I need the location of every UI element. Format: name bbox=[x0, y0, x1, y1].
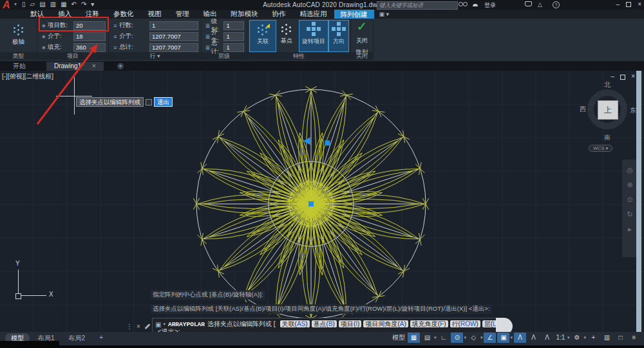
level-count-field[interactable]: 1 bbox=[223, 21, 244, 30]
scale-value-caret-icon[interactable]: ▾ bbox=[567, 335, 570, 340]
object-snap-toggle[interactable]: ▣ bbox=[497, 333, 509, 343]
command-recent-caret-icon[interactable]: ▾ bbox=[163, 322, 166, 327]
row-spacing-field[interactable]: 1207.7007 bbox=[149, 32, 198, 41]
viewcube-west[interactable]: 西 bbox=[580, 105, 586, 114]
workspace-switching-caret-icon[interactable]: ▾ bbox=[583, 335, 586, 340]
ribbon-tab-视图[interactable]: 视图 bbox=[141, 10, 169, 19]
ribbon-tab-插入[interactable]: 插入 bbox=[51, 10, 79, 19]
help-icon[interactable]: ? bbox=[553, 1, 560, 8]
navbar-icon[interactable]: ⊕ bbox=[627, 181, 632, 189]
ribbon-tab-参数化[interactable]: 参数化 bbox=[106, 10, 141, 19]
command-option-B[interactable]: 基点(B) bbox=[312, 320, 337, 327]
ribbon-tab-默认[interactable]: 默认 bbox=[23, 10, 51, 19]
viewport-controls-label[interactable]: [-][俯视][二维线框] bbox=[2, 72, 53, 81]
ribbon-tab-精选应用[interactable]: 精选应用 bbox=[293, 10, 334, 19]
object-snap-caret-icon[interactable]: ▾ bbox=[510, 335, 513, 340]
rows-panel-label[interactable]: 行 ▾ bbox=[109, 52, 201, 60]
command-default-option[interactable]: <退出>: bbox=[158, 327, 180, 332]
command-option-AS[interactable]: 关联(AS) bbox=[280, 320, 310, 327]
object-snap-tracking-toggle[interactable]: ∠ bbox=[484, 333, 496, 343]
vertical-scrollbar[interactable] bbox=[636, 71, 641, 332]
viewcube-north[interactable]: 北 bbox=[604, 80, 611, 89]
close-array-button[interactable]: ✓ 关闭 阵列 bbox=[351, 20, 373, 57]
annotation-scale-toggle[interactable]: Λ bbox=[541, 333, 553, 343]
restore-button[interactable] bbox=[626, 2, 631, 7]
doc-restore-button[interactable] bbox=[620, 75, 625, 80]
base-point-button[interactable]: 基点 bbox=[276, 20, 297, 51]
drawing-canvas[interactable] bbox=[0, 71, 644, 332]
drawing-tab[interactable]: Drawing1* × bbox=[46, 62, 104, 71]
item-angle-field[interactable]: 18 bbox=[73, 32, 106, 41]
row-total-field[interactable]: 1207.7007 bbox=[149, 43, 198, 52]
layout-tab-布局2[interactable]: 布局2 bbox=[63, 333, 91, 343]
share-icon[interactable]: △ bbox=[538, 1, 542, 8]
viewcube-east[interactable]: 东 bbox=[630, 106, 636, 115]
ribbon-tab-注释[interactable]: 注释 bbox=[79, 10, 106, 19]
wcs-dropdown[interactable]: WCS ▾ bbox=[589, 145, 612, 152]
model-space-toggle-toggle[interactable]: 模型 bbox=[391, 333, 406, 343]
command-line-window[interactable]: ▣ ▾ ARRAYPOLAR 选择夹点以编辑阵列或 [ 关联(AS)基点(B)项… bbox=[152, 318, 501, 332]
search-input[interactable]: 键入关键字或短语 bbox=[377, 1, 458, 10]
level-total-field[interactable]: 1 bbox=[223, 43, 244, 52]
app-store-cart-icon[interactable] bbox=[525, 1, 532, 8]
polar-tracking-caret-icon[interactable]: ▾ bbox=[464, 335, 466, 340]
ribbon-tab-协作[interactable]: 协作 bbox=[265, 10, 293, 19]
clean-screen-toggle[interactable]: □ bbox=[614, 333, 627, 343]
snap-mode-caret-icon[interactable]: ▾ bbox=[434, 335, 437, 340]
navbar-icon[interactable]: ▸ bbox=[628, 225, 632, 234]
drawing-area[interactable]: [-][俯视][二维线框] – × 选择夹点以编辑阵列或 退出 上 北 南 西 … bbox=[0, 71, 644, 332]
contextual-tab-array-creation[interactable]: 阵列创建 bbox=[334, 10, 374, 19]
snap-mode-toggle[interactable]: ▤ bbox=[421, 333, 433, 343]
fill-angle-field[interactable]: 360 bbox=[73, 43, 106, 52]
workspace-switching-toggle[interactable]: ⚙ bbox=[571, 333, 583, 343]
viewcube-top-face[interactable]: 上 bbox=[598, 100, 618, 120]
command-option-L[interactable]: 层(L) bbox=[482, 320, 497, 327]
ribbon-display-toggle[interactable]: ▣ ▾ bbox=[379, 11, 390, 17]
command-option-A[interactable]: 项目间角度(A) bbox=[363, 320, 408, 327]
scale-value-toggle[interactable]: 1:1 bbox=[554, 333, 567, 343]
command-option-I[interactable]: 项目(I) bbox=[339, 320, 361, 327]
item-count-field[interactable]: 20 bbox=[73, 21, 106, 30]
customization-toggle[interactable]: ≡ bbox=[628, 333, 640, 343]
exit-option-chip[interactable]: 退出 bbox=[154, 97, 173, 107]
ortho-mode-toggle[interactable]: ∟ bbox=[437, 333, 450, 343]
row-count-field[interactable]: 1 bbox=[149, 21, 198, 30]
command-grip-icon[interactable]: ⋮ bbox=[126, 323, 133, 330]
sign-in-label[interactable]: 登录 bbox=[484, 1, 496, 10]
command-option-ROW[interactable]: 行(ROW) bbox=[450, 320, 480, 327]
isometric-drafting-caret-icon[interactable]: ▾ bbox=[480, 335, 483, 340]
doc-close-button[interactable]: × bbox=[631, 73, 635, 80]
doc-minimize-button[interactable]: – bbox=[611, 73, 615, 80]
annotation-monitor-toggle[interactable]: + bbox=[587, 333, 600, 343]
grid-display-toggle[interactable]: ▦ bbox=[408, 333, 420, 343]
polar-type-button[interactable]: 极轴 bbox=[0, 38, 37, 46]
viewcube-south[interactable]: 南 bbox=[604, 133, 611, 142]
navbar-icon[interactable]: ⊙ bbox=[627, 196, 632, 204]
isolate-objects-toggle[interactable]: ▥ bbox=[601, 333, 613, 343]
command-option-F[interactable]: 填充角度(F) bbox=[410, 320, 448, 327]
sign-in-icon[interactable] bbox=[474, 1, 478, 8]
level-spacing-field[interactable]: 1 bbox=[223, 32, 244, 41]
layout-tab-+[interactable]: + bbox=[93, 333, 109, 343]
ribbon-tab-附加模块[interactable]: 附加模块 bbox=[224, 10, 265, 19]
isometric-drafting-toggle[interactable]: ◇ bbox=[468, 333, 480, 343]
direction-button[interactable]: 方向 bbox=[328, 20, 349, 52]
command-search-icon[interactable]: ▣ bbox=[155, 321, 161, 328]
new-tab-button[interactable]: + bbox=[117, 63, 124, 69]
annotation-autoscale-toggle[interactable]: Λ bbox=[527, 333, 540, 343]
search-icon[interactable] bbox=[459, 1, 468, 8]
ribbon-tab-管理[interactable]: 管理 bbox=[169, 10, 196, 19]
start-tab[interactable]: 开始 bbox=[5, 62, 33, 71]
navbar-icon[interactable]: ↻ bbox=[627, 210, 632, 219]
command-customize-icon[interactable] bbox=[144, 324, 150, 329]
associative-button[interactable]: 关联 bbox=[249, 20, 276, 52]
tab-close-icon[interactable]: × bbox=[92, 62, 96, 69]
polar-tracking-toggle[interactable]: ⊙ bbox=[451, 333, 463, 343]
command-close-icon[interactable]: × bbox=[137, 323, 140, 330]
row-spacing-icon: ≡ bbox=[111, 33, 119, 40]
navbar-icon[interactable]: ◎ bbox=[627, 166, 633, 174]
close-button[interactable]: × bbox=[638, 1, 641, 8]
annotation-visibility-toggle[interactable]: Λ bbox=[514, 333, 526, 343]
minimize-button[interactable]: – bbox=[616, 1, 620, 8]
rotate-items-button[interactable]: 旋转项目 bbox=[299, 20, 328, 52]
